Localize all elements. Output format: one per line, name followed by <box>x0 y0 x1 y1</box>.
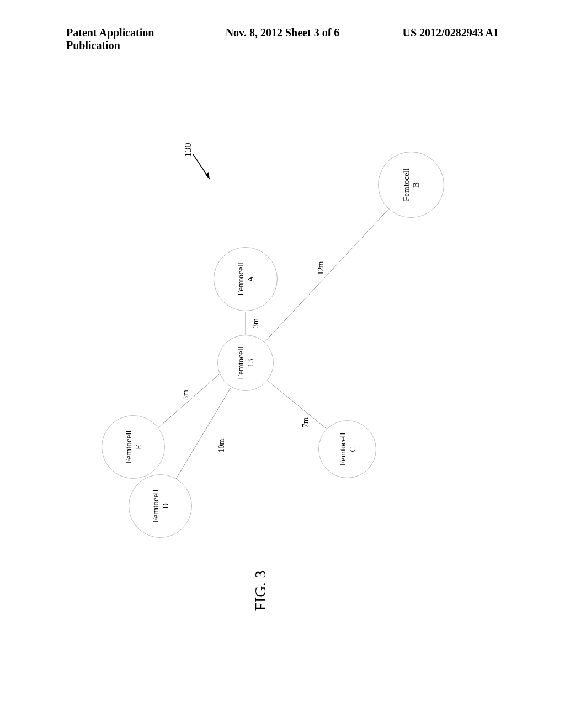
svg-line-4 <box>268 381 328 430</box>
femtocell-a-line2: A <box>246 276 255 282</box>
svg-line-0 <box>193 154 210 179</box>
edge-label-a: 3m <box>252 318 260 328</box>
svg-line-5 <box>175 386 232 480</box>
femtocell-a: Femtocell A <box>214 247 278 311</box>
femtocell-center-line1: Femtocell <box>236 346 246 379</box>
femtocell-d-line2: D <box>161 503 170 509</box>
femtocell-a-line1: Femtocell <box>236 263 246 296</box>
figure-label: FIG. 3 <box>252 570 269 611</box>
femtocell-d-line1: Femtocell <box>151 490 161 523</box>
femtocell-center: Femtocell 13 <box>217 335 274 391</box>
femtocell-e-line2: E <box>134 445 143 449</box>
edge-label-c: 7m <box>301 417 310 427</box>
header-publication: Patent Application Publication <box>66 26 210 52</box>
svg-line-6 <box>157 374 220 429</box>
femtocell-b-line2: B <box>411 182 421 188</box>
edge-label-e: 5m <box>182 390 190 400</box>
femtocell-b-line1: Femtocell <box>401 168 411 201</box>
femtocell-c-line1: Femtocell <box>338 433 348 466</box>
svg-line-3 <box>264 207 391 343</box>
femtocell-e: Femtocell E <box>102 415 165 479</box>
edge-label-d: 10m <box>217 439 226 453</box>
edge-label-b: 12m <box>317 261 326 275</box>
header-date-sheet: Nov. 8, 2012 Sheet 3 of 6 <box>210 26 354 52</box>
reference-number: 130 <box>183 143 194 157</box>
svg-marker-1 <box>205 172 210 179</box>
femtocell-b: Femtocell B <box>378 152 444 218</box>
femtocell-diagram: 130 3m 12m 7m 10m 5m Femtocell 13 Femtoc… <box>55 110 510 607</box>
header-docnumber: US 2012/0282943 A1 <box>355 26 499 52</box>
page-header: Patent Application Publication Nov. 8, 2… <box>0 26 565 52</box>
femtocell-center-line2: 13 <box>246 359 255 367</box>
femtocell-c-line2: C <box>348 447 358 452</box>
femtocell-e-line1: Femtocell <box>124 431 134 464</box>
femtocell-d: Femtocell D <box>129 474 192 538</box>
femtocell-c: Femtocell C <box>318 420 376 478</box>
